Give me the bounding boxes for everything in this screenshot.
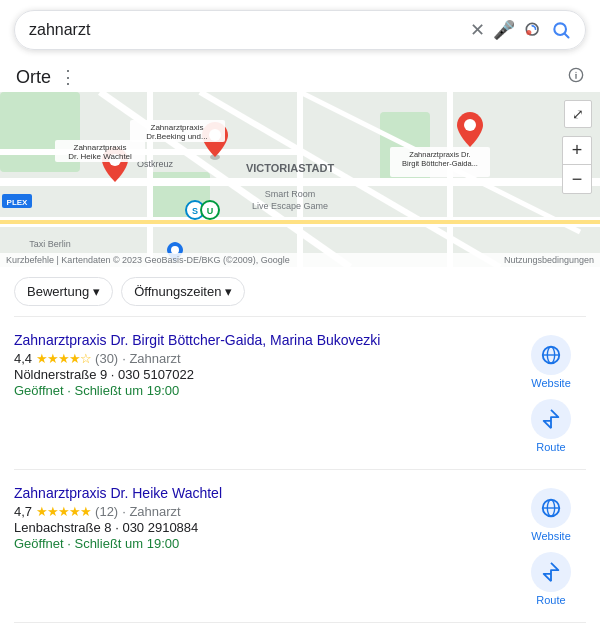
- website-icon: [531, 335, 571, 375]
- svg-text:Live Escape Game: Live Escape Game: [252, 201, 328, 211]
- svg-point-32: [464, 119, 476, 131]
- section-title: Orte: [16, 67, 51, 88]
- results-container: Zahnarztpraxis Dr. Birgit Böttcher-Gaida…: [0, 317, 600, 634]
- result-rating-row: 4,7 ★★★★★ (12) · Zahnarzt: [14, 504, 506, 519]
- result-address: Nöldnerstraße 9 · 030 5107022: [14, 367, 506, 382]
- rating-filter-button[interactable]: Bewertung ▾: [14, 277, 113, 306]
- zoom-out-button[interactable]: −: [563, 165, 591, 193]
- result-actions: Website Route: [516, 331, 586, 457]
- result-content: Zahnarztpraxis Dr. Birgit Böttcher-Gaida…: [14, 331, 506, 398]
- website-label: Website: [531, 377, 571, 389]
- open-status: Geöffnet · Schließt um 19:00: [14, 536, 179, 551]
- route-icon: [531, 399, 571, 439]
- result-item: Zahnarztpraxis Dr. Heike Wachtel 4,7 ★★★…: [0, 470, 600, 622]
- route-label: Route: [536, 594, 565, 606]
- svg-text:Smart Room: Smart Room: [265, 189, 316, 199]
- website-icon: [531, 488, 571, 528]
- voice-icon[interactable]: 🎤: [493, 19, 515, 41]
- result-name[interactable]: Zahnarztpraxis Dr. Heike Wachtel: [14, 484, 506, 502]
- svg-text:Zahnarztpraxis Dr.: Zahnarztpraxis Dr.: [409, 150, 470, 159]
- result-address: Lenbachstraße 8 · 030 2910884: [14, 520, 506, 535]
- result-item: Zahnarztpraxis Dr. Birgit Böttcher-Gaida…: [0, 317, 600, 469]
- map-zoom-controls: + −: [562, 136, 592, 194]
- result-content: Zahnarztpraxis Dr. Heike Wachtel 4,7 ★★★…: [14, 484, 506, 551]
- map-container[interactable]: S U VICTORIASTADT Smart Room Live Escape…: [0, 92, 600, 267]
- result-hours: Geöffnet · Schließt um 19:00: [14, 536, 506, 551]
- result-item: Zahnarztpraxis Dr.Beeking und Schewtsche…: [0, 623, 600, 634]
- route-button[interactable]: Route: [523, 395, 579, 457]
- svg-point-1: [526, 30, 531, 35]
- svg-text:Dr. Heike Wachtel: Dr. Heike Wachtel: [68, 152, 132, 161]
- result-rating-row: 4,4 ★★★★☆ (30) · Zahnarzt: [14, 351, 506, 366]
- svg-text:Taxi Berlin: Taxi Berlin: [29, 239, 71, 249]
- chevron-down-icon: ▾: [93, 284, 100, 299]
- result-category: · Zahnarzt: [122, 351, 181, 366]
- hours-filter-button[interactable]: Öffnungszeiten ▾: [121, 277, 245, 306]
- search-input[interactable]: [29, 21, 462, 39]
- website-button[interactable]: Website: [523, 331, 579, 393]
- route-label: Route: [536, 441, 565, 453]
- map-attribution: Kurzbefehle | Kartendaten © 2023 GeoBasi…: [0, 253, 600, 267]
- lens-icon[interactable]: [523, 20, 543, 40]
- svg-text:VICTORIASTADT: VICTORIASTADT: [246, 162, 334, 174]
- section-menu-icon[interactable]: ⋮: [59, 66, 77, 88]
- zoom-in-button[interactable]: +: [563, 137, 591, 165]
- clear-icon[interactable]: ✕: [470, 19, 485, 41]
- rating-number: 4,4: [14, 351, 32, 366]
- website-button[interactable]: Website: [523, 484, 579, 546]
- review-count: (12): [95, 504, 118, 519]
- rating-number: 4,7: [14, 504, 32, 519]
- result-actions: Website Route: [516, 484, 586, 610]
- svg-text:Birgit Böttcher-Gaida...: Birgit Böttcher-Gaida...: [402, 159, 478, 168]
- result-name[interactable]: Zahnarztpraxis Dr. Birgit Böttcher-Gaida…: [14, 331, 506, 349]
- open-status: Geöffnet · Schließt um 19:00: [14, 383, 179, 398]
- svg-text:U: U: [207, 206, 214, 216]
- svg-text:Dr.Beeking und...: Dr.Beeking und...: [146, 132, 207, 141]
- stars: ★★★★☆: [36, 351, 91, 366]
- result-category: · Zahnarzt: [122, 504, 181, 519]
- route-icon: [531, 552, 571, 592]
- route-button[interactable]: Route: [523, 548, 579, 610]
- website-label: Website: [531, 530, 571, 542]
- stars: ★★★★★: [36, 504, 91, 519]
- filters-row: Bewertung ▾ Öffnungszeiten ▾: [0, 267, 600, 316]
- search-icon[interactable]: [551, 20, 571, 40]
- svg-point-6: [575, 72, 576, 73]
- svg-text:Zahnarztpraxis: Zahnarztpraxis: [74, 143, 127, 152]
- svg-line-3: [565, 34, 569, 38]
- section-info-icon[interactable]: [568, 67, 584, 87]
- result-hours: Geöffnet · Schließt um 19:00: [14, 383, 506, 398]
- search-bar: ✕ 🎤: [14, 10, 586, 50]
- section-header: Orte ⋮: [0, 60, 600, 92]
- review-count: (30): [95, 351, 118, 366]
- chevron-down-icon: ▾: [225, 284, 232, 299]
- map-expand-button[interactable]: ⤢: [564, 100, 592, 128]
- svg-text:Zahnarztpraxis: Zahnarztpraxis: [151, 123, 204, 132]
- svg-text:S: S: [192, 206, 198, 216]
- svg-text:PLEX: PLEX: [7, 198, 29, 207]
